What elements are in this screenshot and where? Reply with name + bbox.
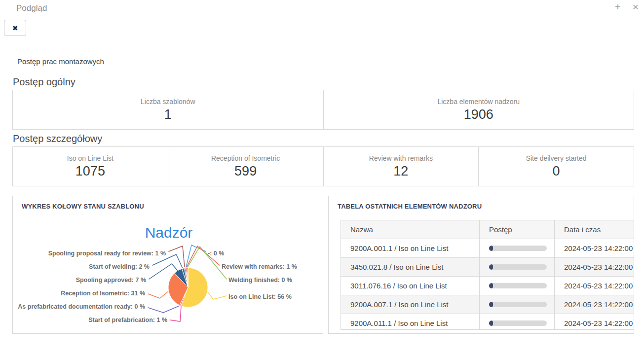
add-icon[interactable]: + xyxy=(612,1,623,13)
cell-datetime: 2024-05-23 14:22:00 xyxy=(555,239,635,258)
cell-datetime: 2024-05-23 14:22:00 xyxy=(555,258,635,277)
cell-progress xyxy=(480,277,555,295)
pie-label-spooling-approved: Spooling approved: 7 % xyxy=(76,277,146,284)
close-x-icon: ✖ xyxy=(12,24,18,32)
breadcrumb: Postęp prac montażowych xyxy=(17,57,104,66)
stat-label: Iso on Line List xyxy=(67,154,114,162)
table-row[interactable]: 9200A.011.1 / Iso on Line List 2024-05-2… xyxy=(341,314,635,330)
stat-label: Review with remarks xyxy=(369,154,433,162)
cell-name: 3450.021.8 / Iso on Line List xyxy=(341,258,480,277)
cell-name: 9200A.007.1 / Iso on Line List xyxy=(341,295,480,314)
stat-card-templates: Liczba szablonów 1 xyxy=(13,90,323,129)
cell-datetime: 2024-05-23 14:22:00 xyxy=(555,277,635,295)
pie-panel-header: WYKRES KOŁOWY STANU SZABLONU xyxy=(22,203,144,210)
stat-card-review-with-remarks: Review with remarks 12 xyxy=(323,147,479,186)
stat-value: 599 xyxy=(234,164,257,179)
table-row[interactable]: 3450.021.8 / Iso on Line List 2024-05-23… xyxy=(341,258,635,277)
recent-elements-table-wrap: Nazwa Postęp Data i czas 9200A.001.1 / I… xyxy=(341,220,634,330)
leader-reception-of-isometric xyxy=(148,291,169,298)
pie-chart: Nadzór Spooling proposal ready for revie… xyxy=(13,196,323,334)
cell-progress xyxy=(480,295,555,314)
column-header-name[interactable]: Nazwa xyxy=(341,220,480,239)
recent-elements-table: Nazwa Postęp Data i czas 9200A.001.1 / I… xyxy=(341,220,634,330)
stat-value: 12 xyxy=(393,164,408,179)
pie-label-iso-on-line-list: Iso on Line List: 56 % xyxy=(228,293,292,300)
table-row[interactable]: 9200A.007.1 / Iso on Line List 2024-05-2… xyxy=(341,295,635,314)
details-cards-row: Iso on Line List 1075 Reception of Isome… xyxy=(12,146,634,186)
table-header-row: Nazwa Postęp Data i czas xyxy=(341,220,635,239)
recent-elements-panel: TABELA OSTATNICH ELEMENTÓW NADZORU Nazwa… xyxy=(328,196,634,334)
overview-cards-row: Liczba szablonów 1 Liczba elementów nadz… xyxy=(12,90,634,130)
stat-card-iso-on-line-list: Iso on Line List 1075 xyxy=(13,147,168,186)
overview-heading: Postęp ogólny xyxy=(13,76,76,88)
stat-label: Site deilvery started xyxy=(526,154,587,162)
leader-as-prefabricated xyxy=(148,306,180,313)
pie-chart-panel: WYKRES KOŁOWY STANU SZABLONU Nadzór Spoo… xyxy=(12,196,323,334)
progress-bar-fill xyxy=(489,246,493,251)
stat-value: 1075 xyxy=(76,164,105,179)
cell-progress xyxy=(480,314,555,330)
stat-card-supervision-elements: Liczba elementów nadzoru 1906 xyxy=(323,90,634,129)
stat-card-reception-of-isometric: Reception of Isometric 599 xyxy=(168,147,323,186)
preview-window: { "window": { "title": "Podgląd", "plus_… xyxy=(0,0,644,355)
pie-label-as-prefabricated: As prefabricated documentation ready: 0 … xyxy=(18,303,145,310)
stat-label: Liczba elementów nadzoru xyxy=(437,98,520,106)
window-title: Podgląd xyxy=(16,3,47,13)
progress-bar xyxy=(489,283,547,288)
cell-name: 9200A.001.1 / Iso on Line List xyxy=(341,239,480,258)
cell-progress xyxy=(480,258,555,277)
cell-name: 9200A.011.1 / Iso on Line List xyxy=(341,314,480,330)
pie-label-start-of-prefabrication: Start of prefabrication: 1 % xyxy=(88,317,167,323)
table-panel-header: TABELA OSTATNICH ELEMENTÓW NADZORU xyxy=(338,203,482,210)
progress-bar xyxy=(489,264,547,270)
pie-label-start-of-welding: Start of welding: 2 % xyxy=(89,263,150,270)
table-row[interactable]: 9200A.001.1 / Iso on Line List 2024-05-2… xyxy=(341,239,635,258)
stat-value: 1 xyxy=(164,107,172,122)
column-header-datetime[interactable]: Data i czas xyxy=(555,220,635,239)
progress-bar xyxy=(489,320,547,326)
close-icon[interactable]: × xyxy=(630,1,641,13)
stat-value: 1906 xyxy=(464,107,493,122)
progress-bar xyxy=(489,246,547,251)
pie-label-reception-of-isometric: Reception of Isometric: 31 % xyxy=(61,290,145,297)
progress-bar xyxy=(489,302,547,307)
pie-label-welding-finished: Welding finished: 0 % xyxy=(228,277,292,284)
progress-bar-fill xyxy=(489,302,493,307)
stat-value: 0 xyxy=(553,164,560,179)
progress-bar-fill xyxy=(489,320,493,326)
cell-progress xyxy=(480,239,555,258)
progress-bar-fill xyxy=(489,264,493,270)
details-heading: Postęp szczegółowy xyxy=(13,133,102,144)
pie-label-spooling-proposal: Spooling proposal ready for review: 1 % xyxy=(48,250,166,257)
leader-iso-on-line-list xyxy=(207,291,227,299)
pie-label-review-with-remarks: Review with remarks: 1 % xyxy=(222,263,297,270)
leader-start-of-prefabrication xyxy=(170,306,181,321)
close-preview-button[interactable]: ✖ xyxy=(4,20,26,36)
table-row[interactable]: 3011.076.16 / Iso on Line List 2024-05-2… xyxy=(341,277,635,295)
cell-datetime: 2024-05-23 14:22:00 xyxy=(555,314,635,330)
pie-label-dash: -: 0 % xyxy=(208,250,224,257)
stat-label: Reception of Isometric xyxy=(211,154,280,162)
pie-chart-title: Nadzór xyxy=(145,224,193,241)
stat-label: Liczba szablonów xyxy=(141,98,195,106)
cell-name: 3011.076.16 / Iso on Line List xyxy=(341,277,480,295)
window-actions: + × xyxy=(612,1,641,13)
cell-datetime: 2024-05-23 14:22:00 xyxy=(555,295,635,314)
column-header-progress[interactable]: Postęp xyxy=(480,220,555,239)
stat-card-site-delivery-started: Site deilvery started 0 xyxy=(478,147,634,186)
progress-bar-fill xyxy=(489,283,493,288)
